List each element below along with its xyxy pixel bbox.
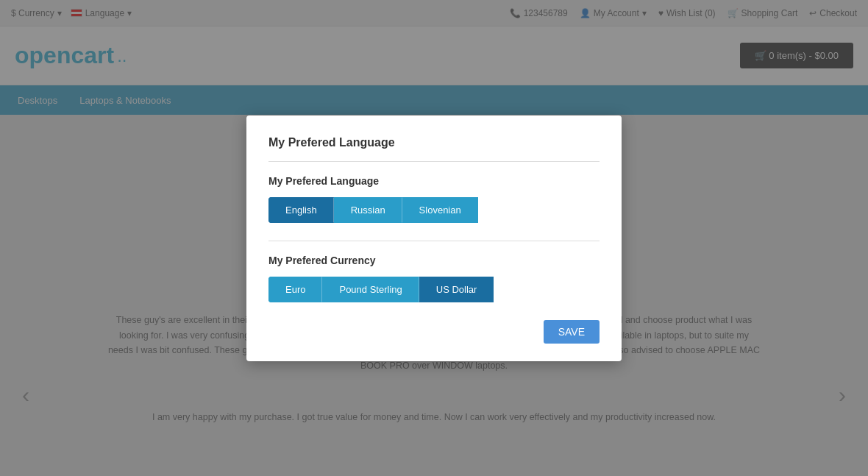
- save-button[interactable]: SAVE: [544, 320, 600, 344]
- currency-section-label: My Prefered Currency: [268, 255, 600, 266]
- language-currency-modal: My Prefered Language My Prefered Languag…: [246, 116, 622, 361]
- currency-euro-button[interactable]: Euro: [268, 277, 322, 302]
- language-english-button[interactable]: English: [268, 197, 334, 223]
- language-section-label: My Prefered Language: [268, 175, 600, 187]
- language-slovenian-button[interactable]: Slovenian: [402, 197, 478, 223]
- modal-title: My Prefered Language: [268, 136, 600, 149]
- currency-pound-button[interactable]: Pound Sterling: [322, 277, 419, 302]
- modal-divider-top: [268, 161, 600, 162]
- currency-button-group: Euro Pound Sterling US Dollar: [268, 277, 600, 302]
- currency-usdollar-button[interactable]: US Dollar: [419, 277, 494, 302]
- modal-divider-currency: [268, 241, 600, 241]
- language-button-group: English Russian Slovenian: [268, 197, 600, 223]
- modal-footer: SAVE: [268, 320, 600, 344]
- language-russian-button[interactable]: Russian: [334, 197, 402, 223]
